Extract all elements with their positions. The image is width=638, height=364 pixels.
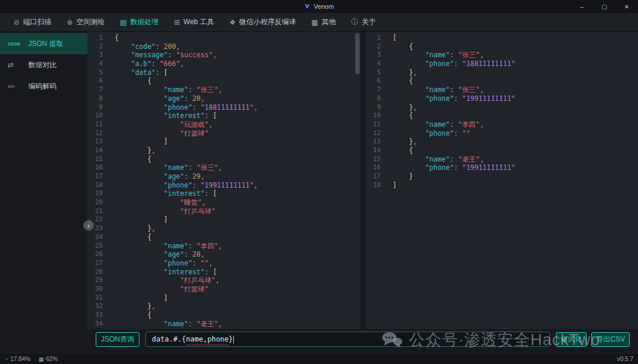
sidebar-item-json-extract[interactable]: JSONJSON 提取 [0,33,87,54]
code-line: "age": 29, [115,172,360,181]
line-number: 4 [366,60,387,68]
line-number: 16 [366,163,387,172]
code-line: "phone": "", [115,259,360,268]
minimize-button[interactable]: – [571,0,593,13]
code-line: "打篮球" [115,285,360,294]
tab-wechat-decompile[interactable]: ❖微信小程序反编译 [222,13,304,31]
tab-web-tools[interactable]: ⊞Web 工具 [166,13,222,31]
tab-label: 其他 [321,17,336,27]
web-tools-icon: ⊞ [174,18,180,27]
query-input[interactable]: data.#.{name,phone} [145,332,550,347]
editor-code[interactable]: { "code": 200, "message": "success", "a.… [109,32,360,329]
line-number: 10 [366,112,387,120]
code-line: "name": "李四", [393,120,638,129]
code-line: "name": "张三", [393,51,638,60]
port-scan-icon: ⊘ [14,18,19,27]
query-input-text: data.#.{ [152,335,186,343]
code-line: "interest": [ [115,112,360,120]
code-line: "打乒乓球", [115,276,360,285]
data-compare-icon: ⇄ [8,61,23,69]
line-number: 27 [87,259,109,268]
line-number: 32 [87,302,109,311]
line-number: 17 [366,172,387,181]
code-line: "phone": "19911111111", [115,181,360,190]
code-line: }, [115,146,360,155]
line-number: 18 [366,181,387,190]
code-line: { [393,77,638,86]
code-line: "message": "success", [115,51,360,60]
code-line: { [115,77,360,86]
scrollbar-thumb[interactable] [355,33,360,74]
maximize-button[interactable]: ▢ [593,0,616,13]
line-number: 9 [87,103,109,112]
code-line: { [115,311,360,320]
format-button[interactable]: 格式化 [556,332,587,347]
code-line: }, [115,224,360,233]
tab-space-mapping[interactable]: ⊕空间测绘 [59,13,112,31]
about-icon: ⓘ [351,17,358,27]
code-line: { [115,233,360,242]
line-number: 8 [87,94,109,103]
close-button[interactable]: ✕ [616,0,638,13]
line-number: 15 [366,155,387,164]
code-line: "data": [ [115,68,360,77]
line-number: 1 [366,34,387,42]
line-number: 28 [87,268,109,277]
line-number: 11 [366,120,387,129]
line-number: 1 [87,34,109,42]
line-number: 7 [366,86,387,94]
code-line: "name": "李四", [115,242,360,251]
code-line: "玩游戏", [115,120,360,129]
window-title-text: Venom [314,3,334,10]
export-csv-button[interactable]: 导出CSV [591,332,630,347]
memory-usage-indicator: ▦ 62% [38,356,58,362]
code-line: [ [393,34,638,42]
code-line: "age": 20, [115,94,360,103]
sidebar-item-data-compare[interactable]: ⇄数据对比 [0,54,87,76]
title-bar: Venom – ▢ ✕ [0,0,638,13]
code-line: }, [393,103,638,112]
text-caret [233,336,234,343]
cpu-usage-indicator: ◔ 17.84% [5,356,30,362]
code-line: ] [393,181,638,190]
line-number: 19 [87,189,109,198]
tab-about[interactable]: ⓘ关于 [343,13,383,31]
code-line: }, [393,68,638,77]
line-number: 31 [87,294,109,303]
line-number: 12 [366,129,387,138]
code-line: { [393,146,638,155]
tab-bar: ⊘端口扫描⊕空间测绘▤数据处理⊞Web 工具❖微信小程序反编译▦其他ⓘ关于 [0,13,638,32]
tab-port-scan[interactable]: ⊘端口扫描 [6,13,59,31]
code-line: "a.b": "666", [115,60,360,68]
editor-code[interactable]: [ { "name": "张三", "phone": "18811111111"… [387,32,638,329]
editor-panes: 1234567891011121314151617181920212223242… [87,32,638,329]
app-version: v0.5.7 [617,356,633,362]
line-number: 21 [87,207,109,216]
line-number: 2 [87,42,109,51]
code-line: "phone": "18811111111", [115,103,360,112]
app-window: Venom – ▢ ✕ ⊘端口扫描⊕空间测绘▤数据处理⊞Web 工具❖微信小程序… [0,0,638,364]
line-number: 18 [87,181,109,190]
sidebar-item-encode-decode[interactable]: </>编码解码 [0,76,87,97]
line-number-gutter: 123456789101112131415161718 [366,32,387,329]
tab-label: 关于 [362,17,376,27]
tab-data-processing[interactable]: ▤数据处理 [112,13,166,31]
code-line: ] [115,215,360,224]
collapse-sidebar-button[interactable]: ‹ [83,220,94,231]
json-extract-icon: JSON [8,42,23,46]
line-number: 16 [87,163,109,172]
line-number: 33 [87,311,109,320]
line-number: 6 [87,77,109,86]
tab-others[interactable]: ▦其他 [304,13,343,31]
tab-label: Web 工具 [184,17,214,27]
json-output-editor[interactable]: 123456789101112131415161718 [ { "name": … [366,32,638,329]
data-processing-icon: ▤ [120,18,126,27]
code-line: { [115,34,360,42]
code-line: "name": "张三", [115,86,360,94]
line-number: 26 [87,250,109,259]
json-input-editor[interactable]: 1234567891011121314151617181920212223242… [87,32,360,329]
query-bar: JSON查询 data.#.{name,phone} 格式化导出CSV [87,329,638,354]
code-line: } [393,172,638,181]
editor-scrollbar[interactable] [355,33,360,328]
line-number: 30 [87,285,109,294]
